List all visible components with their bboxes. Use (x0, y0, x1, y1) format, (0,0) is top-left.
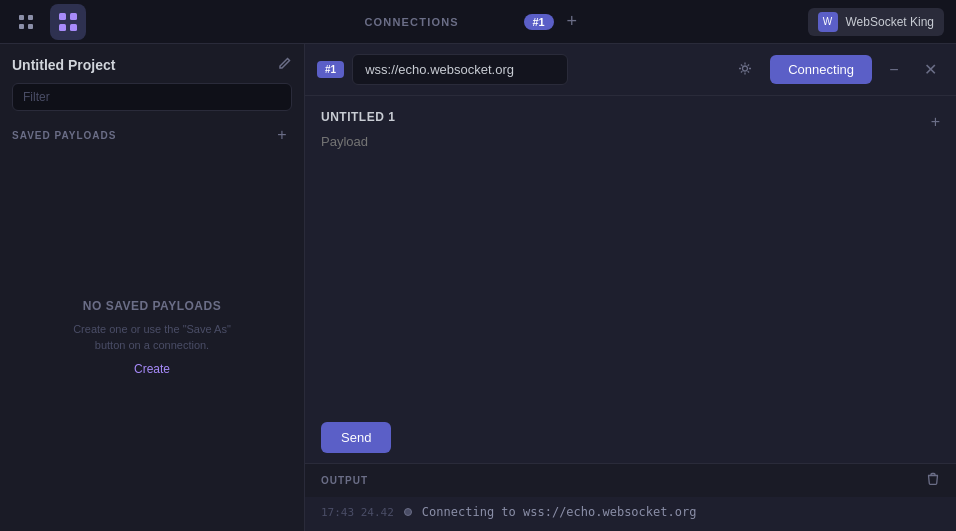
add-payload-icon[interactable]: + (931, 113, 940, 131)
output-section: OUTPUT 17:43 24.42 Connecting to wss://e… (305, 463, 956, 531)
create-link[interactable]: Create (134, 362, 170, 376)
connections-label: CONNECTIONS (310, 16, 514, 28)
svg-rect-1 (28, 15, 33, 20)
log-entry: 17:43 24.42 Connecting to wss://echo.web… (321, 505, 940, 519)
payload-textarea[interactable] (321, 134, 940, 412)
empty-payloads-title: NO SAVED PAYLOADS (83, 299, 221, 313)
close-button[interactable]: ✕ (916, 56, 944, 84)
url-bar: #1 Connecting − ✕ (305, 44, 956, 96)
filter-input[interactable] (12, 83, 292, 111)
grid-icon[interactable] (12, 8, 40, 36)
log-message: Connecting to wss://echo.websocket.org (422, 505, 697, 519)
project-title: Untitled Project (12, 57, 115, 73)
url-input[interactable] (352, 54, 568, 85)
empty-payloads-desc: Create one or use the "Save As" button o… (62, 321, 242, 354)
connection-badge: #1 (317, 61, 344, 78)
saved-payloads-label: SAVED PAYLOADS (12, 130, 116, 141)
sidebar: Untitled Project SAVED PAYLOADS + NO SAV… (0, 44, 305, 531)
add-payload-button[interactable]: + (272, 125, 292, 145)
empty-payloads: NO SAVED PAYLOADS Create one or use the … (12, 155, 292, 519)
svg-rect-3 (28, 24, 33, 29)
gear-icon[interactable] (738, 61, 752, 78)
user-name: WebSocket King (846, 15, 935, 29)
sidebar-header: Untitled Project (12, 56, 292, 73)
top-bar: CONNECTIONS #1 + W WebSocket King (0, 0, 956, 44)
output-log: 17:43 24.42 Connecting to wss://echo.web… (305, 497, 956, 531)
trash-icon[interactable] (926, 472, 940, 489)
app-logo (50, 4, 86, 40)
payload-title: UNTITLED 1 (321, 110, 395, 124)
user-badge: W WebSocket King (808, 8, 945, 36)
svg-rect-6 (59, 24, 66, 31)
log-time: 17:43 24.42 (321, 506, 394, 519)
svg-point-8 (743, 66, 748, 71)
add-tab-button[interactable]: + (560, 10, 584, 34)
main-content: #1 Connecting − ✕ UNTITLED 1 + Sen (305, 44, 956, 531)
svg-rect-7 (70, 24, 77, 31)
output-header: OUTPUT (305, 464, 956, 497)
svg-rect-5 (70, 13, 77, 20)
svg-rect-2 (19, 24, 24, 29)
edit-icon[interactable] (278, 56, 292, 73)
svg-rect-0 (19, 15, 24, 20)
log-indicator (404, 508, 412, 516)
main-layout: Untitled Project SAVED PAYLOADS + NO SAV… (0, 44, 956, 531)
minimize-button[interactable]: − (880, 56, 908, 84)
url-input-wrap (352, 54, 762, 85)
svg-rect-4 (59, 13, 66, 20)
tab-pill: #1 + (524, 10, 584, 34)
connecting-button[interactable]: Connecting (770, 55, 872, 84)
tab-badge[interactable]: #1 (524, 14, 554, 30)
send-button[interactable]: Send (321, 422, 391, 453)
saved-payloads-header: SAVED PAYLOADS + (12, 125, 292, 145)
user-avatar: W (818, 12, 838, 32)
payload-section: UNTITLED 1 + Send (305, 96, 956, 463)
output-label: OUTPUT (321, 475, 368, 486)
